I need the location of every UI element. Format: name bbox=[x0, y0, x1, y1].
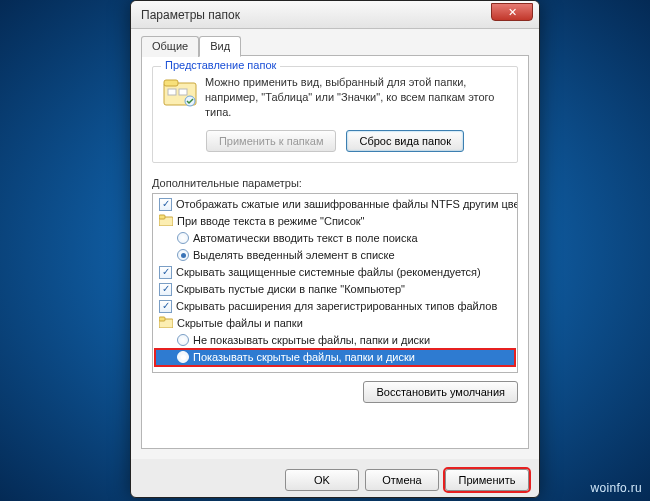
tree-item-label: Скрывать пустые диски в папке "Компьютер… bbox=[176, 283, 405, 295]
svg-rect-2 bbox=[168, 89, 176, 95]
titlebar[interactable]: Параметры папок ✕ bbox=[131, 1, 539, 29]
tree-item-1[interactable]: При вводе текста в режиме "Список" bbox=[155, 213, 515, 230]
folder-views-group: Представление папок Можно применить вид,… bbox=[152, 66, 518, 163]
cancel-button[interactable]: Отмена bbox=[365, 469, 439, 491]
tree-item-7[interactable]: Скрытые файлы и папки bbox=[155, 315, 515, 332]
folder-options-icon bbox=[163, 77, 197, 107]
radio-icon[interactable] bbox=[177, 351, 189, 363]
tree-item-2[interactable]: Автоматически вводить текст в поле поиск… bbox=[155, 230, 515, 247]
tree-item-label: Скрытые файлы и папки bbox=[177, 317, 303, 329]
tab-body-view: Представление папок Можно применить вид,… bbox=[141, 55, 529, 449]
tree-item-label: Отображать сжатые или зашифрованные файл… bbox=[176, 198, 518, 210]
reset-folders-button[interactable]: Сброс вида папок bbox=[346, 130, 464, 152]
apply-button[interactable]: Применить bbox=[445, 469, 529, 491]
apply-to-folders-button: Применить к папкам bbox=[206, 130, 337, 152]
ok-button[interactable]: OK bbox=[285, 469, 359, 491]
svg-rect-1 bbox=[164, 80, 178, 86]
tab-general[interactable]: Общие bbox=[141, 36, 199, 57]
tree-item-5[interactable]: Скрывать пустые диски в папке "Компьютер… bbox=[155, 281, 515, 298]
tree-item-label: Показывать скрытые файлы, папки и диски bbox=[193, 351, 415, 363]
tree-item-0[interactable]: Отображать сжатые или зашифрованные файл… bbox=[155, 196, 515, 213]
close-button[interactable]: ✕ bbox=[491, 3, 533, 21]
group-description: Можно применить вид, выбранный для этой … bbox=[205, 75, 507, 120]
checkbox-icon[interactable] bbox=[159, 300, 172, 313]
tree-item-8[interactable]: Не показывать скрытые файлы, папки и дис… bbox=[155, 332, 515, 349]
watermark: woinfo.ru bbox=[591, 481, 642, 495]
advanced-settings-tree[interactable]: Отображать сжатые или зашифрованные файл… bbox=[152, 193, 518, 373]
tree-item-label: Скрывать расширения для зарегистрированн… bbox=[176, 300, 497, 312]
tree-item-4[interactable]: Скрывать защищенные системные файлы (рек… bbox=[155, 264, 515, 281]
tree-item-3[interactable]: Выделять введенный элемент в списке bbox=[155, 247, 515, 264]
close-icon: ✕ bbox=[508, 6, 517, 18]
folder-options-window: Параметры папок ✕ Общие Вид Представлени… bbox=[130, 0, 540, 498]
tree-item-9[interactable]: Показывать скрытые файлы, папки и диски bbox=[155, 349, 515, 366]
window-title: Параметры папок bbox=[141, 8, 240, 22]
folder-icon bbox=[159, 214, 173, 228]
tab-view[interactable]: Вид bbox=[199, 36, 241, 57]
checkbox-icon[interactable] bbox=[159, 198, 172, 211]
dialog-buttons: OK Отмена Применить bbox=[131, 459, 539, 497]
checkbox-icon[interactable] bbox=[159, 266, 172, 279]
tree-item-6[interactable]: Скрывать расширения для зарегистрированн… bbox=[155, 298, 515, 315]
group-legend: Представление папок bbox=[161, 59, 280, 71]
window-content: Общие Вид Представление папок Можно прим… bbox=[131, 29, 539, 459]
svg-rect-3 bbox=[179, 89, 187, 95]
svg-rect-6 bbox=[159, 215, 165, 219]
tree-item-label: Не показывать скрытые файлы, папки и дис… bbox=[193, 334, 430, 346]
folder-icon bbox=[159, 316, 173, 330]
radio-icon[interactable] bbox=[177, 232, 189, 244]
checkbox-icon[interactable] bbox=[159, 283, 172, 296]
tabstrip: Общие Вид bbox=[141, 35, 529, 56]
svg-rect-8 bbox=[159, 317, 165, 321]
tree-item-label: Скрывать защищенные системные файлы (рек… bbox=[176, 266, 481, 278]
restore-defaults-button[interactable]: Восстановить умолчания bbox=[363, 381, 518, 403]
radio-icon[interactable] bbox=[177, 249, 189, 261]
advanced-settings-label: Дополнительные параметры: bbox=[152, 177, 518, 189]
tree-item-label: Выделять введенный элемент в списке bbox=[193, 249, 395, 261]
tree-item-label: Автоматически вводить текст в поле поиск… bbox=[193, 232, 418, 244]
tree-item-label: При вводе текста в режиме "Список" bbox=[177, 215, 364, 227]
radio-icon[interactable] bbox=[177, 334, 189, 346]
